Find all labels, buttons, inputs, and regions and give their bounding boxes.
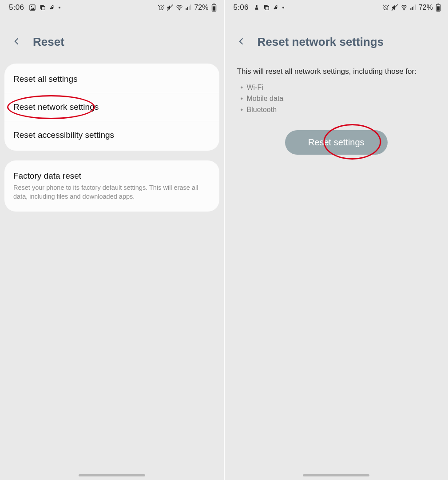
bullet-list: Wi-Fi Mobile data Bluetooth [225,76,448,115]
page-header: Reset [0,15,224,64]
svg-rect-21 [413,6,414,10]
page-header: Reset network settings [225,15,448,64]
page-title: Reset network settings [258,35,384,49]
nav-handle-icon[interactable] [303,474,369,476]
signal-icon [185,4,192,11]
back-button[interactable] [10,33,24,51]
status-time: 5:06 [9,3,24,12]
row-label: Reset accessibility settings [13,130,114,140]
more-indicator-icon [59,7,60,8]
reset-options-card: Reset all settings Reset network setting… [4,64,219,151]
svg-rect-15 [265,6,269,10]
alarm-icon [158,4,165,11]
list-item: Bluetooth [241,104,448,116]
status-bar: 5:06 72% [225,0,448,15]
svg-rect-10 [190,4,191,10]
list-item: Wi-Fi [241,82,448,93]
back-button[interactable] [234,33,249,51]
more-indicator-icon [282,7,284,8]
row-label: Reset all settings [13,74,78,84]
svg-rect-19 [410,8,411,10]
reset-all-settings-row[interactable]: Reset all settings [4,65,219,93]
nav-handle-icon[interactable] [79,474,145,476]
wifi-icon [400,4,408,11]
status-bar: 5:06 72% [0,0,224,15]
wifi-icon [175,4,183,11]
mute-icon [167,4,174,11]
svg-point-1 [31,6,32,8]
factory-reset-card: Factory data reset Reset your phone to i… [4,160,219,212]
list-item: Mobile data [241,93,448,104]
svg-rect-3 [42,6,45,10]
battery-icon [436,4,441,12]
row-label: Factory data reset [13,171,81,180]
signal-icon [410,4,417,11]
music-note-icon [49,4,56,11]
stack-icon [263,4,270,11]
svg-rect-22 [415,4,416,10]
reset-accessibility-settings-row[interactable]: Reset accessibility settings [4,121,219,149]
reset-description: This will reset all network settings, in… [225,64,448,76]
stack-icon [39,4,46,11]
svg-rect-24 [437,4,439,4]
chess-piece-icon [254,4,260,11]
battery-percent: 72% [194,4,208,12]
phone-screen-left: 5:06 72% Reset Reset all settings Reset [0,0,225,480]
svg-rect-25 [437,6,440,10]
reset-settings-button[interactable]: Reset settings [285,130,388,155]
reset-network-settings-row[interactable]: Reset network settings [4,93,219,121]
phone-screen-right: 5:06 72% Reset network settings This wil… [225,0,448,480]
factory-data-reset-row[interactable]: Factory data reset Reset your phone to i… [4,162,219,210]
alarm-icon [382,4,389,11]
svg-rect-20 [412,7,413,10]
battery-percent: 72% [419,4,433,12]
status-time: 5:06 [234,3,249,12]
battery-icon [211,4,217,12]
mute-icon [391,4,398,11]
row-label: Reset network settings [13,102,99,112]
svg-rect-8 [187,7,188,10]
row-subtext: Reset your phone to its factory default … [13,184,210,201]
svg-rect-13 [212,6,215,10]
image-icon [29,4,36,11]
svg-rect-7 [186,8,187,10]
page-title: Reset [33,35,64,49]
svg-point-18 [404,9,404,10]
svg-point-6 [179,9,180,10]
music-note-icon [273,4,279,11]
svg-rect-12 [213,4,215,4]
svg-rect-9 [189,6,190,10]
